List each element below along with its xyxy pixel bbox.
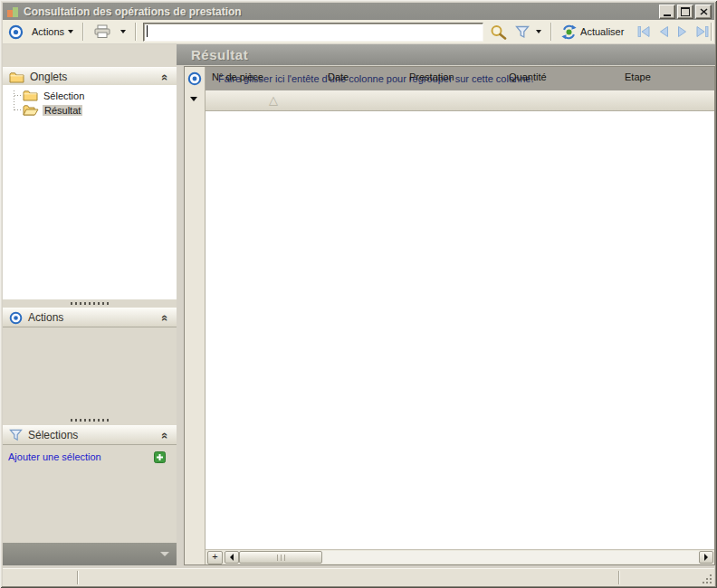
onglets-tree: Sélection Résultat [3, 85, 177, 299]
window-controls [659, 5, 712, 19]
collapse-section-icon[interactable]: « [158, 74, 172, 81]
resultat-title: Résultat [191, 47, 248, 62]
section-selections-header[interactable]: Sélections « [3, 425, 177, 445]
toolbar-separator [135, 23, 137, 41]
tree-connector [14, 95, 22, 96]
actions-menu-label: Actions [32, 26, 64, 37]
column-header-prestation[interactable]: Prestation [409, 71, 454, 82]
section-selections-label: Sélections [28, 429, 78, 441]
result-grid: Faire glisser ici l'entête d'une colonne… [184, 66, 715, 565]
chevron-down-icon[interactable] [160, 552, 169, 556]
add-selection-button[interactable] [154, 451, 166, 463]
minimize-button[interactable] [659, 5, 675, 19]
sort-ascending-icon: △ [269, 93, 278, 107]
printer-icon [93, 24, 111, 39]
tree-item-label: Sélection [42, 90, 86, 101]
splitter-handle[interactable] [3, 416, 177, 424]
search-input[interactable] [146, 24, 481, 40]
tree-item-selection[interactable]: Sélection [23, 89, 86, 102]
grid-empty-body [206, 111, 714, 550]
section-onglets-header[interactable]: Onglets « [3, 67, 177, 87]
window-title: Consultation des opérations de prestatio… [24, 5, 242, 18]
chevron-down-icon [536, 30, 541, 33]
status-separator [77, 571, 79, 584]
refresh-label: Actualiser [580, 26, 624, 37]
titlebar: Consultation des opérations de prestatio… [3, 3, 714, 20]
close-icon [700, 8, 708, 15]
tree-connector [14, 109, 22, 110]
scroll-right-button[interactable] [699, 551, 713, 564]
grid-bottom-bar: + [206, 549, 714, 564]
collapse-section-icon[interactable]: « [158, 432, 172, 439]
nav-first-icon[interactable] [636, 25, 651, 38]
add-selection-link[interactable]: Ajouter une sélection [8, 451, 101, 462]
refresh-icon [561, 24, 577, 40]
close-button[interactable] [695, 5, 712, 19]
scrollbar-thumb[interactable] [239, 551, 322, 564]
app-icon [6, 5, 19, 18]
tree-connector [14, 90, 14, 110]
resultat-panel-header: Résultat [184, 44, 717, 65]
search-field [143, 23, 483, 42]
toolbar-separator [550, 23, 552, 41]
folder-open-icon [23, 104, 39, 116]
toolbar-separator [711, 23, 712, 41]
thumb-grip [277, 555, 285, 561]
nav-previous-icon[interactable] [657, 25, 670, 38]
arrow-right-icon [704, 554, 708, 561]
column-header-row: △ [206, 90, 714, 111]
resize-grip[interactable] [710, 582, 712, 583]
column-header-date[interactable]: Date [328, 71, 349, 82]
filter-icon [9, 429, 23, 441]
tree-item-resultat[interactable]: Résultat [23, 103, 82, 117]
grid-menu-dropdown-icon[interactable] [190, 97, 197, 101]
sidebar-footer [3, 543, 177, 565]
section-actions-label: Actions [28, 311, 63, 324]
print-button[interactable] [89, 23, 116, 41]
maximize-button[interactable] [677, 5, 693, 19]
tree-item-label: Résultat [43, 105, 82, 116]
add-row-button[interactable]: + [207, 551, 223, 564]
maximize-icon [681, 7, 690, 16]
chevron-down-icon [120, 30, 126, 33]
toolbar-separator [82, 23, 84, 41]
add-selection-row: Ajouter une sélection [3, 449, 177, 465]
section-actions-header[interactable]: Actions « [3, 308, 177, 327]
splitter-handle[interactable] [3, 299, 177, 308]
scroll-left-button[interactable] [225, 551, 239, 564]
splitter-dots [71, 302, 109, 305]
section-onglets-label: Onglets [30, 71, 67, 83]
bullseye-icon [187, 71, 202, 86]
group-by-hint: Faire glisser ici l'entête d'une colonne… [218, 73, 533, 84]
actions-menu-button[interactable]: Actions [27, 24, 78, 39]
column-header-quantite[interactable]: Quantité [509, 71, 547, 82]
folder-closed-icon [23, 90, 38, 101]
sidebar: Onglets « Sélection Résultat [3, 44, 177, 565]
chevron-down-icon [68, 30, 73, 33]
column-header-piece[interactable]: N° de pièce [212, 71, 263, 82]
nav-last-icon[interactable] [695, 25, 710, 38]
arrow-left-icon [230, 554, 234, 561]
magnifier-icon[interactable] [490, 24, 507, 40]
toolbar: Actions [3, 20, 714, 43]
collapse-section-icon[interactable]: « [158, 315, 172, 321]
nav-next-icon[interactable] [676, 25, 689, 38]
status-separator [618, 571, 620, 584]
splitter-dots [71, 419, 109, 422]
status-bar [3, 568, 714, 586]
record-navigation [636, 25, 710, 38]
column-header-etape[interactable]: Etape [625, 71, 651, 82]
filter-dropdown-button[interactable] [531, 28, 546, 35]
refresh-button[interactable]: Actualiser [557, 23, 628, 42]
bullseye-icon [8, 24, 24, 40]
print-dropdown-button[interactable] [116, 28, 130, 35]
horizontal-scrollbar[interactable] [225, 551, 713, 564]
row-indicator-column [185, 67, 206, 564]
minimize-icon [664, 14, 671, 16]
bullseye-icon [9, 311, 23, 325]
filter-icon[interactable] [515, 25, 530, 39]
folder-icon [9, 71, 24, 83]
